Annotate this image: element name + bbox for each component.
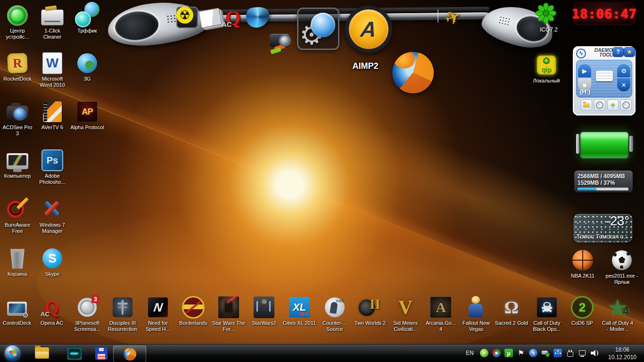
mount-image-button[interactable] — [594, 99, 605, 111]
desktop-icon-qip-local[interactable]: qip Локальный — [529, 54, 563, 84]
save-tool-taskbar-icon[interactable] — [95, 347, 107, 360]
utorrent-tray-icon[interactable]: µ — [504, 349, 513, 357]
skull-glyph: ☠ — [541, 300, 553, 315]
desktop-icon-3g[interactable]: 3G — [70, 52, 104, 82]
qip-tray-icon[interactable] — [553, 349, 562, 357]
action-center-tray-icon[interactable]: ⚑ — [517, 349, 525, 357]
flag-pane-blue — [9, 354, 13, 357]
volume-tray-icon[interactable] — [590, 349, 599, 357]
safely-remove-tray-icon[interactable] — [541, 349, 550, 357]
dock-item-firefox[interactable] — [392, 52, 434, 93]
weather-gadget[interactable]: -23° Томск, Томская о... — [574, 214, 632, 242]
download-master-tray-icon[interactable] — [492, 349, 501, 357]
media-device-taskbar-icon[interactable] — [67, 347, 82, 360]
desktop-icon-nba2k11[interactable]: NBA 2K11 — [565, 249, 601, 279]
language-indicator[interactable]: EN — [466, 350, 474, 356]
icon-label: Adobe Photosho... — [35, 173, 69, 186]
dock-item-aimp2[interactable]: A — [345, 6, 392, 53]
firefox-task-button[interactable] — [113, 346, 146, 362]
camera-icon — [7, 106, 28, 122]
device-params-button[interactable] — [620, 99, 632, 111]
desktop-icon-alpha-protocol[interactable]: AP Alpha Protocol — [70, 100, 104, 131]
desktop-icon-nfs[interactable]: N Need for Speed H... — [141, 296, 175, 333]
taskbar-clock[interactable]: 18:06 10.12.2010 — [603, 346, 642, 361]
icon-label: pes2011.exe - Ярлык — [602, 273, 642, 286]
desktop-icon-photoshop[interactable]: Ps Adobe Photosho... — [35, 149, 69, 186]
settings-wrench-button[interactable]: ⚙ — [617, 64, 630, 77]
desktop-icon-word[interactable]: W Microsoft Word 2010 — [35, 52, 69, 89]
folder-icon — [583, 103, 590, 107]
desktop-icon-arcania[interactable]: A Arcania.Go... 4 — [424, 296, 458, 333]
desktop-icon-swtfu[interactable]: Star Wars The For... — [212, 296, 246, 333]
word-icon: W — [42, 52, 62, 74]
dock-item-opera-ac[interactable]: Q AC — [222, 7, 244, 29]
civilization-icon: V — [394, 296, 417, 319]
flag-pane-red — [9, 350, 13, 354]
desktop-icon-computer[interactable]: Компьютер — [0, 149, 34, 179]
battery-gadget[interactable] — [579, 131, 630, 160]
radioactive-glyph: ☢ — [176, 7, 193, 24]
borderlands-icon — [182, 296, 205, 319]
add-drive-button[interactable]: + — [607, 99, 619, 111]
desktop-icon-opera-ac[interactable]: Q AC Opera AC — [35, 296, 69, 326]
desktop-icon-citiesxl[interactable]: XL 2011 Cities XL 2011 — [282, 296, 316, 326]
year-glyph: 2011 — [299, 312, 308, 316]
soccer-ball-icon — [612, 250, 632, 270]
desktop-icon-borderlands[interactable]: Borderlands — [176, 296, 210, 326]
daemon-help-button[interactable]: ? — [612, 47, 624, 57]
skull-icon: ☠ — [537, 297, 557, 317]
desktop-icon-cod6[interactable]: 2 CoD6 SP — [565, 296, 599, 326]
desktop-icon-rocketdock[interactable]: R RocketDock — [0, 52, 34, 82]
desktop-icon-twoworlds[interactable]: II Two Worlds 2 — [353, 296, 387, 326]
icon-label: Sacred 2 Gold — [495, 320, 528, 326]
word-glyph: W — [46, 56, 58, 71]
desktop-icon-avertv[interactable]: AVerTV 6 — [35, 100, 69, 131]
desktop-icon-controldeck[interactable]: ControlDeck — [0, 296, 34, 326]
cleaner-icon — [41, 9, 64, 25]
daemon-star-button[interactable]: ★ — [624, 47, 635, 57]
desktop-icon-codbo[interactable]: ☠ Call of Duty Black Ops... — [530, 296, 564, 333]
screensaver-icon: 3 — [78, 298, 97, 317]
desktop-icon-css[interactable]: CSS Counter-... Source — [318, 296, 352, 333]
desktop-icon-fallout[interactable]: Fallout New Vegas — [459, 296, 493, 333]
desktop-icon-disciples[interactable]: Disciples III Resurrection — [106, 296, 140, 333]
skype-tray-icon[interactable]: ✓ — [480, 349, 488, 357]
memory-gadget[interactable]: 2566MB / 4095MB 1529MB / 37% — [574, 171, 633, 192]
desktop-icon-acdsee[interactable]: ACDSee Pro 3 — [0, 100, 34, 137]
desktop-icon-3planesoft[interactable]: 3 3Planesoft Screensa... — [70, 296, 104, 333]
desktop-icon-pes2011[interactable]: pes2011.exe - Ярлык — [602, 249, 642, 286]
desktop-icon-starwars2[interactable]: StarWars2 — [247, 296, 281, 326]
desktop-icon-cod4[interactable]: ★ 4 Call of Duty 4 - Moder... — [601, 296, 635, 333]
network-tray-icon[interactable] — [578, 349, 586, 357]
dock-item-radioactive[interactable]: ☢ — [176, 7, 198, 28]
icon-label: StarWars2 — [247, 320, 281, 326]
dock-item-icq[interactable] — [536, 3, 556, 24]
desktop-icon-burnaware[interactable]: BurnAware Free — [0, 198, 34, 235]
explorer-taskbar-icon[interactable] — [35, 347, 49, 359]
unmount-close-button[interactable]: ✕ — [617, 78, 630, 91]
daemon-tools-gadget[interactable]: ϟ DAEMON TOOLS ? ★ ▶ ■ ⚙ ✕ (H:) + — [573, 46, 636, 115]
dock-item-blue-gadget[interactable] — [246, 7, 270, 27]
radioactive-icon: ☢ — [176, 7, 198, 28]
desktop-icon-traffic[interactable]: Трффик — [70, 4, 104, 34]
clock-gadget[interactable]: 18:06:47 — [574, 2, 635, 25]
open-image-button[interactable] — [581, 99, 592, 111]
desktop-icon-sacred2[interactable]: Ω Sacred 2 Gold — [495, 296, 528, 326]
desktop-icon-1click-cleaner[interactable]: 1-Click Cleaner — [35, 4, 69, 41]
desktop-icon-device-center[interactable]: Центр устройс... — [0, 4, 34, 41]
desktop-icon-recycle-bin[interactable]: Корзина — [0, 247, 34, 277]
power-plug-tray-icon[interactable] — [566, 349, 574, 357]
start-button[interactable] — [5, 346, 20, 361]
icon-label: 1-Click Cleaner — [35, 28, 69, 41]
dock-item-camera[interactable] — [269, 30, 291, 53]
daemon-tools-tray-icon[interactable]: ϟ — [529, 349, 537, 357]
desktop-icon-skype[interactable]: S Skype — [35, 247, 69, 277]
dock-item-documents[interactable] — [200, 9, 221, 26]
dock-item-dock-settings[interactable]: ⚙ — [297, 8, 339, 50]
icon-label: Windows 7 Manager — [35, 222, 69, 235]
desktop-icon-win7-manager[interactable]: Windows 7 Manager — [35, 198, 69, 235]
temperature-value: -23° — [606, 214, 629, 229]
desktop-icon-civ5[interactable]: V Sid Meiers Civilizati... — [388, 296, 422, 333]
four-glyph: 4 — [623, 304, 629, 318]
mount-play-button[interactable]: ▶ — [578, 64, 591, 77]
